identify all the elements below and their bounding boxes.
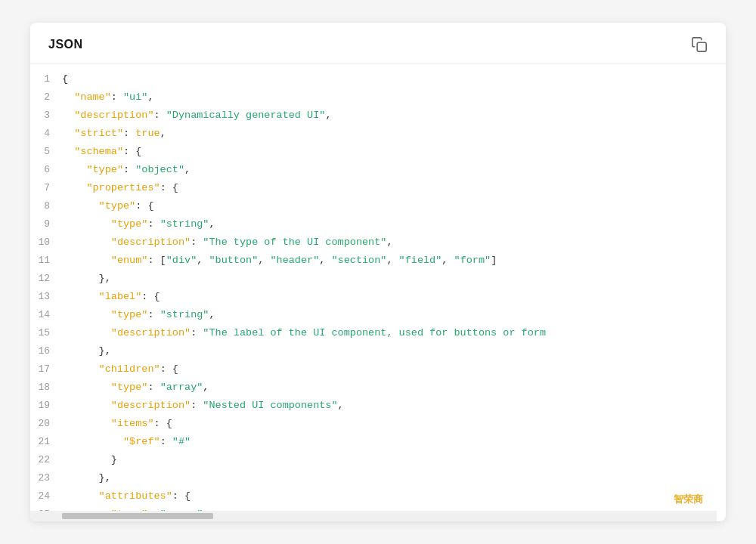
line-content: "attributes": { bbox=[62, 487, 714, 505]
table-row: 18 "type": "array", bbox=[30, 379, 726, 397]
line-content: "type": "array", bbox=[62, 379, 714, 397]
panel-header: JSON bbox=[30, 23, 726, 64]
line-content: "description": "The type of the UI compo… bbox=[62, 233, 714, 252]
line-content: "name": "ui", bbox=[62, 88, 714, 107]
line-number: 22 bbox=[30, 451, 62, 469]
line-number: 16 bbox=[30, 342, 62, 360]
line-content: "strict": true, bbox=[62, 125, 714, 143]
line-number: 3 bbox=[30, 107, 62, 125]
line-number: 15 bbox=[30, 324, 62, 342]
json-panel: JSON 1{2 "name": "ui",3 "description": "… bbox=[30, 23, 726, 521]
line-number: 24 bbox=[30, 487, 62, 505]
panel-title: JSON bbox=[48, 38, 83, 51]
table-row: 5 "schema": { bbox=[30, 143, 726, 161]
svg-rect-0 bbox=[697, 42, 706, 51]
line-number: 10 bbox=[30, 233, 62, 252]
horizontal-scrollbar-thumb[interactable] bbox=[62, 513, 213, 519]
table-row: 14 "type": "string", bbox=[30, 306, 726, 324]
code-body: 1{2 "name": "ui",3 "description": "Dynam… bbox=[30, 64, 726, 521]
line-number: 7 bbox=[30, 179, 62, 197]
line-content: }, bbox=[62, 270, 714, 288]
line-content: }, bbox=[62, 469, 714, 487]
line-number: 23 bbox=[30, 469, 62, 487]
table-row: 8 "type": { bbox=[30, 197, 726, 215]
line-number: 4 bbox=[30, 125, 62, 143]
code-scroll[interactable]: 1{2 "name": "ui",3 "description": "Dynam… bbox=[30, 64, 726, 521]
line-content: "description": "Dynamically generated UI… bbox=[62, 107, 714, 125]
table-row: 9 "type": "string", bbox=[30, 215, 726, 233]
table-row: 16 }, bbox=[30, 342, 726, 360]
line-number: 9 bbox=[30, 215, 62, 233]
table-row: 20 "items": { bbox=[30, 415, 726, 433]
line-content: "description": "Nested UI components", bbox=[62, 397, 714, 415]
table-row: 4 "strict": true, bbox=[30, 125, 726, 143]
line-content: } bbox=[62, 451, 714, 469]
line-number: 8 bbox=[30, 197, 62, 215]
line-content: "children": { bbox=[62, 360, 714, 379]
table-row: 22 } bbox=[30, 451, 726, 469]
line-content: "$ref": "#" bbox=[62, 433, 714, 451]
line-content: { bbox=[62, 70, 714, 88]
line-content: "schema": { bbox=[62, 143, 714, 161]
table-row: 1{ bbox=[30, 70, 726, 88]
line-number: 11 bbox=[30, 252, 62, 270]
table-row: 10 "description": "The type of the UI co… bbox=[30, 233, 726, 252]
table-row: 19 "description": "Nested UI components"… bbox=[30, 397, 726, 415]
table-row: 6 "type": "object", bbox=[30, 161, 726, 179]
table-row: 24 "attributes": { bbox=[30, 487, 726, 505]
table-row: 15 "description": "The label of the UI c… bbox=[30, 324, 726, 342]
line-number: 20 bbox=[30, 415, 62, 433]
line-number: 2 bbox=[30, 88, 62, 107]
line-content: "properties": { bbox=[62, 179, 714, 197]
table-row: 13 "label": { bbox=[30, 288, 726, 306]
line-content: "description": "The label of the UI comp… bbox=[62, 324, 714, 342]
line-number: 13 bbox=[30, 288, 62, 306]
table-row: 3 "description": "Dynamically generated … bbox=[30, 107, 726, 125]
line-content: "type": "string", bbox=[62, 306, 714, 324]
horizontal-scrollbar[interactable] bbox=[30, 511, 717, 521]
line-content: "type": "object", bbox=[62, 161, 714, 179]
table-row: 23 }, bbox=[30, 469, 726, 487]
line-content: "items": { bbox=[62, 415, 714, 433]
line-number: 12 bbox=[30, 270, 62, 288]
line-content: "type": { bbox=[62, 197, 714, 215]
line-number: 14 bbox=[30, 306, 62, 324]
table-row: 2 "name": "ui", bbox=[30, 88, 726, 107]
line-number: 6 bbox=[30, 161, 62, 179]
watermark: 智荣商 bbox=[674, 493, 703, 506]
table-row: 17 "children": { bbox=[30, 360, 726, 379]
line-number: 18 bbox=[30, 379, 62, 397]
copy-button[interactable] bbox=[691, 36, 708, 53]
line-content: "type": "string", bbox=[62, 215, 714, 233]
line-number: 19 bbox=[30, 397, 62, 415]
line-number: 17 bbox=[30, 360, 62, 379]
table-row: 11 "enum": ["div", "button", "header", "… bbox=[30, 252, 726, 270]
table-row: 7 "properties": { bbox=[30, 179, 726, 197]
line-number: 5 bbox=[30, 143, 62, 161]
line-number: 21 bbox=[30, 433, 62, 451]
line-content: }, bbox=[62, 342, 714, 360]
table-row: 12 }, bbox=[30, 270, 726, 288]
line-content: "enum": ["div", "button", "header", "sec… bbox=[62, 252, 714, 270]
table-row: 21 "$ref": "#" bbox=[30, 433, 726, 451]
line-content: "label": { bbox=[62, 288, 714, 306]
line-number: 1 bbox=[30, 70, 62, 88]
